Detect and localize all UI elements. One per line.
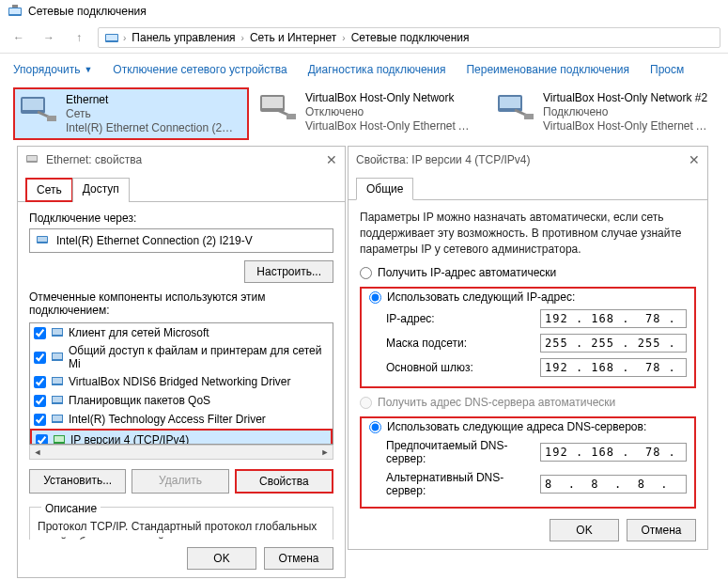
- nav-row: ← → ↑ › Панель управления › Сеть и Интер…: [0, 23, 728, 54]
- ethernet-properties-dialog: Ethernet: свойства ✕ Сеть Доступ Подключ…: [17, 146, 346, 578]
- list-item[interactable]: Общий доступ к файлам и принтерам для се…: [30, 342, 333, 372]
- close-icon[interactable]: ✕: [689, 152, 700, 167]
- adapter-combo[interactable]: Intel(R) Ethernet Connection (2) I219-V: [29, 228, 333, 253]
- network-adapter-icon: [25, 152, 40, 167]
- breadcrumb-item[interactable]: Панель управления: [130, 31, 237, 44]
- dns1-input[interactable]: [540, 443, 687, 462]
- adapter-name: VirtualBox Host-Only Network #2: [543, 91, 712, 104]
- use-dns-radio[interactable]: [369, 421, 381, 433]
- chevron-down-icon: ▼: [84, 65, 92, 74]
- adapter-status: Подключено: [543, 105, 712, 118]
- ip-input[interactable]: [540, 309, 687, 328]
- diagnose-connection[interactable]: Диагностика подключения: [308, 63, 446, 76]
- adapter-vbox1[interactable]: VirtualBox Host-Only Network Отключено V…: [255, 87, 487, 140]
- svg-rect-7: [47, 116, 56, 121]
- adapter-name: VirtualBox Host-Only Network: [305, 91, 474, 104]
- mask-label: Маска подсети:: [386, 337, 531, 350]
- properties-button[interactable]: Свойства: [235, 469, 333, 494]
- dns2-label: Альтернативный DNS-сервер:: [386, 471, 531, 497]
- chevron-right-icon: ›: [241, 33, 244, 43]
- adapter-ethernet[interactable]: Ethernet Сеть Intel(R) Ethernet Connecti…: [13, 87, 249, 140]
- svg-rect-17: [38, 237, 47, 242]
- tab-access[interactable]: Доступ: [72, 178, 130, 202]
- tab-general[interactable]: Общие: [356, 178, 413, 200]
- svg-rect-9: [262, 97, 283, 108]
- cancel-button[interactable]: Отмена: [627, 519, 696, 541]
- list-item[interactable]: Клиент для сетей Microsoft: [30, 323, 333, 342]
- list-item[interactable]: Планировщик пакетов QoS: [30, 391, 333, 410]
- component-checkbox[interactable]: [34, 376, 46, 388]
- rename-connection[interactable]: Переименование подключения: [466, 63, 629, 76]
- network-adapter-icon: [36, 233, 51, 248]
- chevron-right-icon: ›: [123, 33, 126, 43]
- cancel-button[interactable]: Отмена: [264, 547, 333, 570]
- nav-forward[interactable]: →: [38, 26, 60, 49]
- network-adapter-icon: [496, 91, 535, 136]
- component-checkbox[interactable]: [36, 434, 48, 446]
- scroll-right-icon[interactable]: ►: [318, 446, 333, 459]
- dns2-input[interactable]: [540, 475, 687, 494]
- svg-rect-2: [12, 5, 18, 8]
- auto-ip-radio[interactable]: [360, 267, 372, 279]
- svg-rect-27: [53, 415, 62, 421]
- ip-label: IP-адрес:: [386, 312, 531, 325]
- use-ip-radio[interactable]: [369, 291, 381, 304]
- svg-rect-13: [524, 114, 534, 119]
- components-list[interactable]: Клиент для сетей Microsoft Общий доступ …: [29, 322, 333, 445]
- scroll-left-icon[interactable]: ◄: [30, 446, 45, 459]
- nav-up[interactable]: ↑: [68, 26, 90, 49]
- close-icon[interactable]: ✕: [326, 152, 337, 167]
- intro-text: Параметры IP можно назначать автоматичес…: [360, 210, 696, 257]
- svg-rect-25: [53, 397, 62, 402]
- adapter-device: VirtualBox Host-Only Ethernet Ad...: [543, 119, 712, 133]
- ipv4-properties-dialog: Свойства: IP версии 4 (TCP/IPv4) ✕ Общие…: [348, 146, 708, 550]
- dialog-title: Ethernet: свойства: [46, 153, 142, 166]
- adapter-device: VirtualBox Host-Only Ethernet Ad...: [305, 119, 474, 133]
- gateway-input[interactable]: [540, 358, 687, 377]
- configure-button[interactable]: Настроить...: [244, 260, 333, 283]
- organize-menu[interactable]: Упорядочить ▼: [13, 63, 92, 76]
- adapter-combo-text: Intel(R) Ethernet Connection (2) I219-V: [56, 234, 253, 247]
- svg-rect-29: [54, 436, 64, 442]
- svg-rect-10: [287, 114, 296, 119]
- svg-rect-23: [53, 378, 62, 384]
- breadcrumb-icon: [104, 30, 119, 45]
- network-adapter-icon: [19, 93, 58, 134]
- component-checkbox[interactable]: [34, 327, 46, 339]
- ok-button[interactable]: OK: [187, 547, 256, 570]
- title-bar: Сетевые подключения: [0, 0, 728, 23]
- network-adapter-icon: [258, 91, 298, 136]
- list-item[interactable]: VirtualBox NDIS6 Bridged Networking Driv…: [30, 372, 333, 391]
- app-icon: [8, 4, 23, 19]
- breadcrumb[interactable]: › Панель управления › Сеть и Интернет › …: [98, 27, 720, 48]
- breadcrumb-item[interactable]: Сетевые подключения: [349, 31, 472, 44]
- svg-rect-6: [23, 99, 43, 110]
- list-item-ipv4[interactable]: IP версии 4 (TCP/IPv4): [30, 429, 333, 445]
- install-button[interactable]: Установить...: [29, 469, 126, 494]
- adapter-device: Intel(R) Ethernet Connection (2) I...: [66, 121, 235, 134]
- dialog-title: Свойства: IP версии 4 (TCP/IPv4): [356, 153, 531, 166]
- disable-device[interactable]: Отключение сетевого устройства: [113, 63, 287, 76]
- ok-button[interactable]: OK: [550, 519, 619, 541]
- adapter-vbox2[interactable]: VirtualBox Host-Only Network #2 Подключе…: [492, 87, 724, 140]
- horizontal-scrollbar[interactable]: ◄ ►: [29, 445, 333, 460]
- adapter-list: Ethernet Сеть Intel(R) Ethernet Connecti…: [0, 86, 728, 142]
- adapter-status: Отключено: [305, 105, 474, 118]
- window-title: Сетевые подключения: [28, 5, 147, 18]
- description-legend: Описание: [41, 502, 101, 515]
- mask-input[interactable]: [540, 334, 687, 353]
- component-checkbox[interactable]: [34, 395, 46, 407]
- nav-back[interactable]: ←: [8, 26, 30, 49]
- breadcrumb-item[interactable]: Сеть и Интернет: [248, 31, 338, 44]
- chevron-right-icon: ›: [342, 33, 345, 43]
- use-dns-label: Использовать следующие адреса DNS-сервер…: [387, 420, 646, 433]
- description-text: Протокол TCP/IP. Стандартный протокол гл…: [38, 519, 325, 540]
- remove-button[interactable]: Удалить: [132, 469, 228, 494]
- view-menu[interactable]: Просм: [650, 63, 684, 76]
- svg-rect-4: [106, 35, 117, 40]
- component-checkbox[interactable]: [34, 352, 46, 364]
- adapter-status: Сеть: [66, 107, 235, 120]
- tab-network[interactable]: Сеть: [25, 178, 73, 202]
- component-checkbox[interactable]: [34, 414, 46, 426]
- list-item[interactable]: Intel(R) Technology Access Filter Driver: [30, 410, 333, 429]
